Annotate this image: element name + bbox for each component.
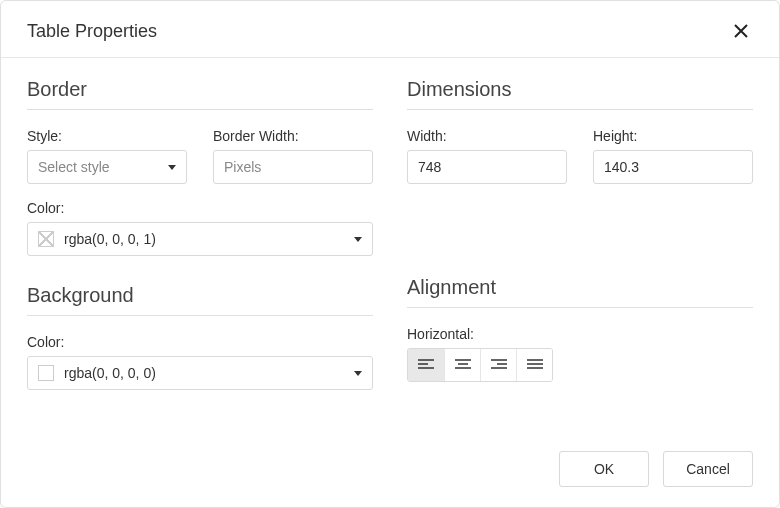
close-icon (734, 24, 748, 38)
border-color-value: rgba(0, 0, 0, 1) (64, 231, 156, 247)
width-label: Width: (407, 128, 567, 144)
align-justify-icon (527, 359, 543, 371)
background-color-field: Color: rgba(0, 0, 0, 0) (27, 334, 373, 390)
border-width-input[interactable] (213, 150, 373, 184)
background-section-title: Background (27, 284, 373, 316)
dimensions-section-title: Dimensions (407, 78, 753, 110)
border-section: Border Style: Select style Border Width: (27, 78, 373, 256)
align-right-button[interactable] (480, 349, 516, 381)
alignment-horizontal-label: Horizontal: (407, 326, 753, 342)
align-left-button[interactable] (408, 349, 444, 381)
height-field: Height: (593, 128, 753, 184)
background-color-select[interactable]: rgba(0, 0, 0, 0) (27, 356, 373, 390)
dialog-header: Table Properties (1, 1, 779, 58)
border-style-label: Style: (27, 128, 187, 144)
dialog-footer: OK Cancel (1, 437, 779, 507)
ok-button[interactable]: OK (559, 451, 649, 487)
align-right-icon (491, 359, 507, 371)
background-color-value: rgba(0, 0, 0, 0) (64, 365, 156, 381)
alignment-section: Alignment Horizontal: (407, 276, 753, 382)
close-button[interactable] (729, 19, 753, 43)
align-center-icon (455, 359, 471, 371)
background-color-swatch (38, 365, 54, 381)
border-color-label: Color: (27, 200, 373, 216)
border-color-swatch (38, 231, 54, 247)
left-column: Border Style: Select style Border Width: (27, 78, 373, 437)
table-properties-dialog: Table Properties Border Style: Select st… (0, 0, 780, 508)
border-style-placeholder: Select style (38, 159, 110, 175)
align-left-icon (418, 359, 434, 371)
chevron-down-icon (354, 371, 362, 376)
align-justify-button[interactable] (516, 349, 552, 381)
alignment-button-group (407, 348, 553, 382)
right-column: Dimensions Width: Height: Alignment (407, 78, 753, 437)
cancel-button[interactable]: Cancel (663, 451, 753, 487)
width-field: Width: (407, 128, 567, 184)
border-style-select[interactable]: Select style (27, 150, 187, 184)
border-width-label: Border Width: (213, 128, 373, 144)
alignment-section-title: Alignment (407, 276, 753, 308)
chevron-down-icon (168, 165, 176, 170)
spacer (407, 212, 753, 276)
border-section-title: Border (27, 78, 373, 110)
border-color-select[interactable]: rgba(0, 0, 0, 1) (27, 222, 373, 256)
background-color-label: Color: (27, 334, 373, 350)
border-width-field: Border Width: (213, 128, 373, 184)
dialog-body: Border Style: Select style Border Width: (1, 58, 779, 437)
dialog-title: Table Properties (27, 21, 157, 42)
background-section: Background Color: rgba(0, 0, 0, 0) (27, 284, 373, 390)
border-color-field: Color: rgba(0, 0, 0, 1) (27, 200, 373, 256)
height-input[interactable] (593, 150, 753, 184)
border-style-field: Style: Select style (27, 128, 187, 184)
chevron-down-icon (354, 237, 362, 242)
width-input[interactable] (407, 150, 567, 184)
align-center-button[interactable] (444, 349, 480, 381)
dimensions-section: Dimensions Width: Height: (407, 78, 753, 184)
height-label: Height: (593, 128, 753, 144)
